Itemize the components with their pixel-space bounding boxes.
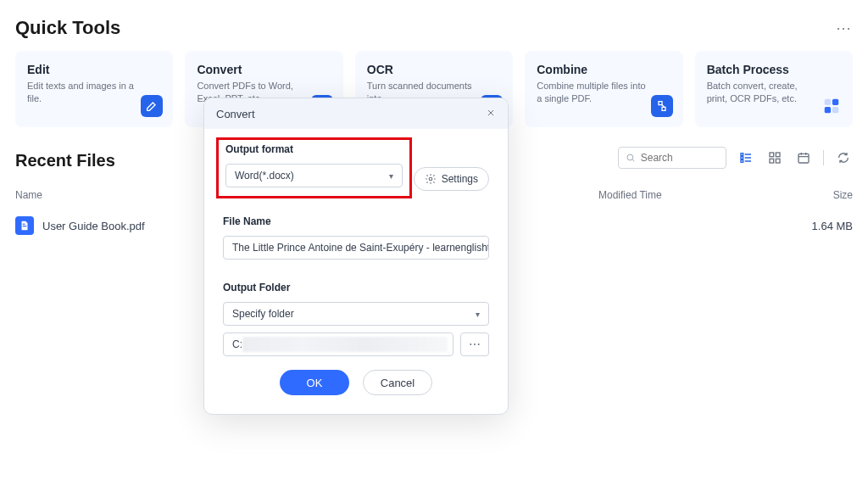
chevron-down-icon: ▾ — [476, 310, 480, 319]
file-name-label: File Name — [223, 215, 489, 227]
output-format-select[interactable]: Word(*.docx) ▾ — [225, 164, 403, 187]
output-folder-select-value: Specify folder — [232, 308, 294, 320]
gear-icon — [425, 173, 437, 185]
dialog-backdrop: Convert Output format Word(*.docx) ▾ — [0, 0, 868, 486]
output-folder-label: Output Folder — [223, 282, 489, 293]
chevron-down-icon: ▾ — [389, 171, 393, 181]
file-name-value: The Little Prince Antoine de Saint-Exupé… — [232, 242, 489, 254]
redacted-path — [242, 337, 448, 352]
close-icon[interactable] — [486, 107, 496, 120]
output-folder-select[interactable]: Specify folder ▾ — [223, 302, 489, 326]
dialog-title: Convert — [216, 108, 255, 120]
output-format-value: Word(*.docx) — [235, 170, 294, 182]
ok-button[interactable]: OK — [280, 370, 349, 395]
settings-label: Settings — [442, 173, 478, 185]
output-folder-path[interactable]: C: — [223, 332, 453, 356]
settings-button[interactable]: Settings — [414, 167, 489, 191]
output-folder-path-prefix: C: — [232, 338, 242, 350]
output-format-label: Output format — [225, 143, 403, 155]
file-name-input[interactable]: The Little Prince Antoine de Saint-Exupé… — [223, 236, 489, 260]
browse-folder-button[interactable]: ⋯ — [460, 332, 489, 356]
output-format-highlight: Output format Word(*.docx) ▾ — [216, 137, 412, 198]
cancel-button[interactable]: Cancel — [363, 370, 432, 395]
svg-point-15 — [429, 177, 432, 181]
convert-dialog: Convert Output format Word(*.docx) ▾ — [203, 98, 509, 415]
